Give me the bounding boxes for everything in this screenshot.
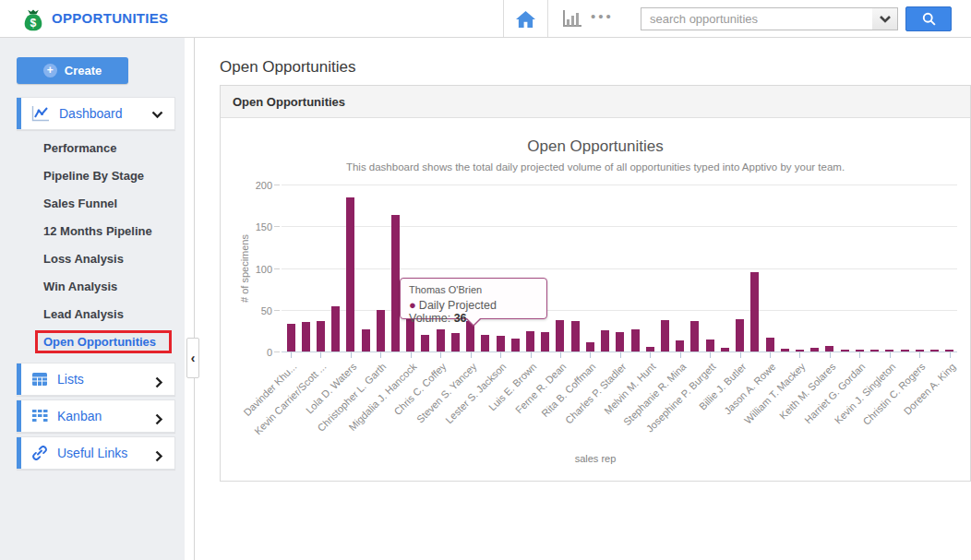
x-axis-title: sales rep [221,453,970,464]
chevron-right-icon [155,376,163,388]
y-tick-mark [274,226,280,227]
bar-chart-icon [560,8,582,29]
more-options-button[interactable]: ••• [591,8,629,24]
sidebar-item-dashboard[interactable]: Dashboard [17,97,175,130]
main-content: Open Opportunities Open Opportunities Op… [194,38,971,560]
x-tick-mark [830,352,831,358]
bar[interactable] [451,333,460,351]
x-tick-mark [590,352,591,358]
x-tick-mark [859,352,860,358]
tooltip-series-label: Daily Projected Volume: [409,299,497,325]
sidebar-item-label: Lists [57,372,84,387]
bar[interactable] [317,321,325,351]
bar[interactable] [346,197,354,351]
bar[interactable] [676,340,684,351]
sidebar-item-label: Useful Links [57,446,127,460]
x-tick-mark [531,352,532,358]
chart-area: Open Opportunities This dashboard shows … [221,118,970,481]
bar[interactable] [601,330,609,351]
bar[interactable] [302,322,310,351]
gridline [282,185,957,185]
x-tick-mark [890,352,891,358]
y-tick-label: 200 [241,180,272,191]
home-button[interactable] [503,0,548,37]
page-title: Open Opportunities [220,58,355,77]
bar[interactable] [661,320,669,351]
reports-button[interactable] [556,0,587,37]
bar[interactable] [766,338,774,351]
y-tick-mark [274,185,280,185]
sidebar-item-useful-links[interactable]: Useful Links [17,436,175,470]
gridline [282,351,957,352]
panel-header: Open Opportunities [221,86,970,118]
y-tick-label: 0 [241,347,272,358]
bar[interactable] [706,340,714,351]
bar[interactable] [586,342,594,351]
x-tick-mark [500,352,501,358]
sidebar-item-lists[interactable]: Lists [17,363,175,396]
kanban-icon [31,409,48,423]
bar[interactable] [556,320,564,351]
bar[interactable] [481,335,489,351]
x-tick-mark [440,352,441,358]
sidebar: + Create Dashboard Performance Pipeline … [0,38,185,560]
bar[interactable] [437,329,445,351]
chevron-right-icon [155,413,163,425]
open-opportunities-panel: Open Opportunities Open Opportunities Th… [220,85,971,482]
bar[interactable] [750,272,759,351]
x-tick-mark [740,352,741,358]
search-button[interactable] [905,6,952,31]
bar-chart-plot: # of specimens 050100150200Davinder Khu.… [282,185,957,352]
bar[interactable] [362,329,370,351]
x-tick-mark [380,352,381,358]
bar[interactable] [571,321,580,351]
bar[interactable] [511,339,520,351]
bar[interactable] [377,310,385,351]
sidebar-item-loss-analysis[interactable]: Loss Analysis [43,252,182,272]
svg-text:$: $ [30,17,37,30]
sidebar-item-open-opportunities-active[interactable]: Open Opportunities [35,330,172,353]
bar[interactable] [736,319,744,351]
ellipsis-icon: ••• [591,8,614,24]
x-tick-mark [799,352,800,358]
sidebar-item-lead-analysis[interactable]: Lead Analysis [43,307,182,328]
tooltip-value: 36 [454,312,467,325]
sidebar-item-label: Kanban [57,409,102,423]
bar[interactable] [331,306,340,351]
chevron-down-icon [151,111,163,119]
sidebar-collapse-button[interactable]: ‹ [186,338,199,378]
home-icon [515,9,536,29]
x-tick-mark [320,352,321,358]
bar[interactable] [391,215,400,351]
create-button[interactable]: + Create [17,57,128,84]
bar[interactable] [526,331,534,351]
bar[interactable] [287,324,295,351]
bar[interactable] [616,332,624,351]
search-icon [921,11,937,27]
dashboard-chart-icon [31,105,50,122]
gridline [282,268,957,269]
y-tick-mark [274,268,280,269]
app-title: OPPORTUNITIES [52,10,168,26]
search-input[interactable] [641,7,873,30]
sidebar-item-12-months-pipeline[interactable]: 12 Months Pipeline [43,224,182,244]
sidebar-item-win-analysis[interactable]: Win Analysis [43,280,182,300]
bar[interactable] [541,332,549,351]
y-tick-label: 50 [241,305,272,316]
chart-title: Open Opportunities [221,137,970,156]
bar[interactable] [497,336,505,351]
search-scope-dropdown[interactable] [872,7,898,30]
tooltip-name: Thomas O'Brien [409,284,538,295]
series-marker-icon: ● [409,298,416,312]
x-tick-mark [710,352,711,358]
sidebar-item-pipeline-by-stage[interactable]: Pipeline By Stage [43,169,182,189]
sidebar-item-sales-funnel[interactable]: Sales Funnel [43,197,182,217]
bar[interactable] [631,329,640,351]
x-tick-mark [351,352,352,358]
sidebar-item-performance[interactable]: Performance [43,141,182,161]
table-icon [31,372,48,387]
sidebar-item-kanban[interactable]: Kanban [17,399,175,433]
bar[interactable] [690,321,699,351]
x-tick-mark [770,352,771,358]
bar[interactable] [421,335,429,351]
